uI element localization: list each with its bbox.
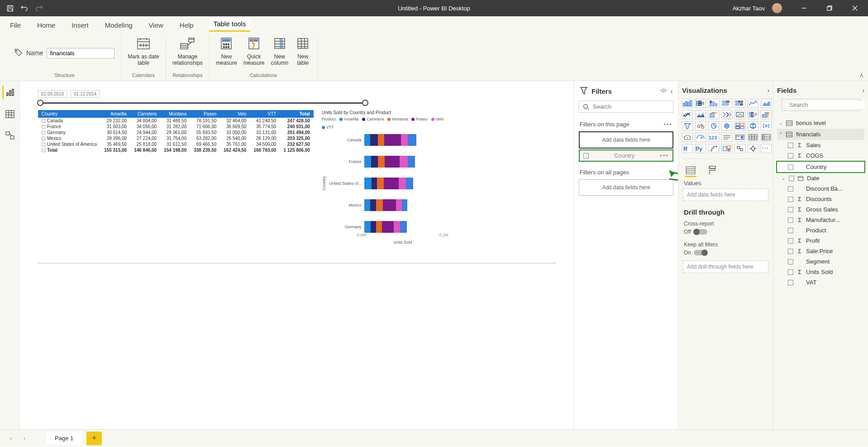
data-view-button[interactable] [3, 107, 17, 121]
viz-type-15[interactable] [695, 121, 706, 130]
viz-type-14[interactable] [682, 121, 693, 130]
field-units-sold[interactable]: ΣUnits Sold [777, 267, 864, 277]
chevron-right-icon[interactable]: › [671, 88, 672, 95]
fields-search[interactable] [782, 99, 860, 111]
slider-handle-left[interactable] [37, 100, 43, 106]
keep-filters-toggle[interactable] [694, 250, 707, 255]
field-manufacturing[interactable]: ΣManufactur... [777, 215, 864, 225]
viz-type-23[interactable]: 123 [708, 133, 719, 142]
bar-row[interactable]: Germany [329, 221, 416, 233]
field-country[interactable]: Country [776, 161, 865, 173]
filters-search-input[interactable] [593, 103, 669, 110]
avatar[interactable] [772, 3, 782, 13]
date-slicer[interactable]: 01.09.2013 01.12.2014 [38, 90, 556, 104]
save-icon[interactable] [6, 5, 14, 12]
viz-type-4[interactable] [734, 99, 745, 108]
chevron-right-icon[interactable]: › [863, 87, 864, 94]
viz-type-21[interactable] [682, 133, 693, 142]
field-profit[interactable]: ΣProfit [777, 236, 864, 246]
checkbox-icon[interactable] [583, 153, 589, 159]
redo-icon[interactable] [35, 5, 43, 12]
viz-type-9[interactable] [708, 110, 719, 119]
collapse-ribbon-icon[interactable]: ᐱ [860, 73, 863, 79]
field-date[interactable]: ⌄Date [777, 173, 864, 183]
bar-row[interactable]: Mexico [329, 199, 416, 211]
field-segment[interactable]: Segment [777, 256, 864, 267]
mark-as-date-button[interactable]: Mark as date table [128, 35, 159, 67]
new-column-button[interactable]: New column [271, 35, 288, 67]
bar-row[interactable]: France [329, 156, 416, 168]
manage-relationships-button[interactable]: Manage relationships [172, 35, 203, 67]
filters-all-dropzone[interactable]: Add data fields here [579, 179, 673, 196]
table-bonus-level[interactable]: ⌄bonus level [777, 117, 864, 129]
viz-type-12[interactable] [748, 110, 758, 119]
tab-home[interactable]: Home [36, 19, 56, 32]
viz-type-3[interactable] [721, 99, 732, 108]
eye-icon[interactable] [660, 88, 667, 95]
chart-visual[interactable]: Units Sold by Country and Product Produc… [322, 110, 448, 245]
tab-table-tools[interactable]: Table tools [209, 17, 251, 32]
report-canvas[interactable]: 01.09.2013 01.12.2014 CountryAmarillaCar… [20, 81, 574, 429]
matrix-visual[interactable]: CountryAmarillaCarreteraMontanaPaseoVelo… [38, 110, 314, 153]
chevron-right-icon[interactable]: › [768, 87, 769, 94]
report-view-button[interactable] [2, 86, 16, 99]
tab-modeling[interactable]: Modeling [104, 19, 134, 32]
viz-type-5[interactable] [748, 99, 758, 108]
filter-drag-country[interactable]: Country ••• [579, 149, 673, 162]
viz-type-32[interactable] [734, 144, 745, 153]
more-icon[interactable]: ••• [660, 152, 669, 159]
viz-type-20[interactable] [761, 121, 772, 130]
viz-type-27[interactable] [761, 133, 772, 142]
field-gross-sales[interactable]: ΣGross Sales [777, 204, 864, 215]
add-page-button[interactable]: + [86, 432, 102, 445]
viz-type-19[interactable] [748, 121, 758, 130]
tab-view[interactable]: View [148, 19, 164, 32]
bar-row[interactable]: Canada [329, 134, 416, 146]
slider-handle-right[interactable] [362, 100, 368, 106]
viz-type-17[interactable] [721, 121, 732, 130]
name-input[interactable] [47, 48, 114, 58]
field-cogs[interactable]: ΣCOGS [777, 150, 864, 161]
fields-tab-icon[interactable] [685, 165, 696, 175]
drillthrough-dropzone[interactable]: Add drill-through fields here [683, 260, 768, 273]
maximize-button[interactable] [819, 0, 840, 16]
slicer-start-date[interactable]: 01.09.2013 [38, 90, 67, 98]
new-table-button[interactable]: New table [295, 35, 311, 67]
cross-report-toggle[interactable] [694, 229, 707, 235]
field-sale-price[interactable]: ΣSale Price [777, 246, 864, 256]
viz-type-29[interactable]: Py [695, 144, 706, 153]
viz-type-8[interactable] [695, 110, 706, 119]
fields-search-input[interactable] [789, 101, 865, 108]
viz-type-33[interactable] [748, 144, 758, 153]
slicer-end-date[interactable]: 01.12.2014 [71, 90, 100, 98]
viz-type-6[interactable] [761, 99, 772, 108]
viz-type-26[interactable] [748, 133, 758, 142]
viz-type-18[interactable] [734, 121, 745, 130]
more-icon[interactable]: ••• [663, 121, 672, 128]
format-tab-icon[interactable] [706, 165, 718, 175]
new-measure-button[interactable]: New measure [216, 35, 237, 67]
viz-type-11[interactable] [734, 110, 745, 119]
viz-type-1[interactable] [695, 99, 706, 108]
bar-row[interactable]: United States of... [329, 178, 416, 189]
table-financials[interactable]: ⌃financials [777, 129, 864, 140]
field-vat[interactable]: VAT [777, 277, 864, 288]
field-discount-band[interactable]: Discount Ba... [777, 183, 864, 194]
viz-type-31[interactable] [721, 144, 732, 153]
filters-page-dropzone[interactable]: Add data fields here [579, 131, 673, 149]
slider-track[interactable] [40, 102, 366, 104]
viz-type-25[interactable] [734, 133, 745, 142]
field-sales[interactable]: ΣSales [777, 140, 864, 150]
minimize-button[interactable] [794, 0, 815, 16]
next-page-button[interactable]: › [20, 434, 29, 443]
values-dropzone[interactable]: Add data fields here [683, 188, 768, 201]
field-product[interactable]: Product [777, 225, 864, 236]
tab-file[interactable]: File [9, 19, 22, 32]
close-button[interactable] [844, 0, 865, 16]
viz-type-0[interactable] [682, 99, 693, 108]
viz-type-24[interactable] [721, 133, 732, 142]
viz-type-28[interactable]: R [682, 144, 693, 153]
prev-page-button[interactable]: ‹ [6, 434, 15, 443]
field-discounts[interactable]: ΣDiscounts [777, 194, 864, 204]
quick-measure-button[interactable]: Quick measure [243, 35, 265, 67]
